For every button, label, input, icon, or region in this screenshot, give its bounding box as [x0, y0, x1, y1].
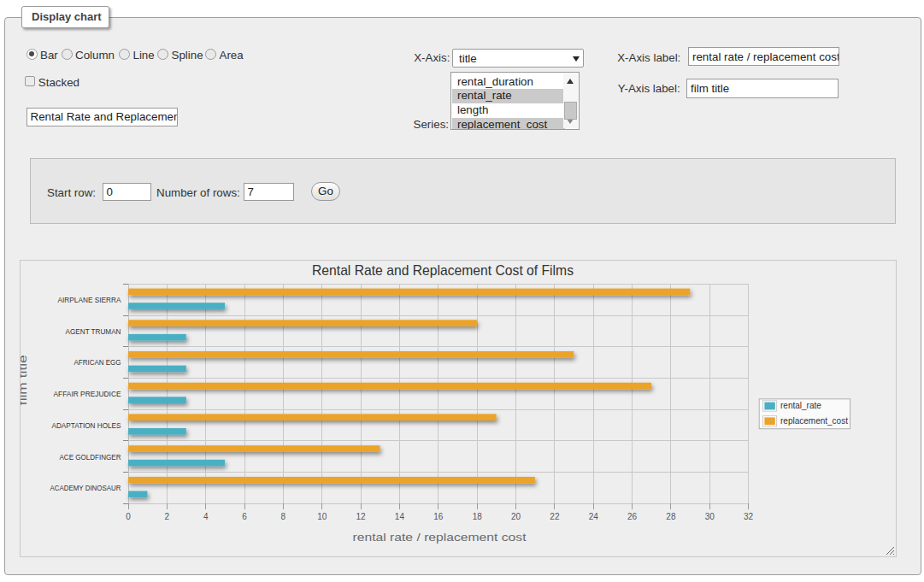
svg-text:2: 2 — [165, 512, 170, 521]
svg-text:AIRPLANE SIERRA: AIRPLANE SIERRA — [58, 296, 121, 304]
svg-text:6: 6 — [242, 512, 247, 521]
svg-text:8: 8 — [281, 512, 286, 521]
svg-text:14: 14 — [395, 512, 405, 521]
svg-text:10: 10 — [317, 512, 327, 521]
svg-text:rental rate / replacement cost: rental rate / replacement cost — [353, 531, 527, 544]
svg-text:18: 18 — [473, 512, 483, 521]
svg-text:22: 22 — [550, 512, 560, 521]
svg-text:rental_rate: rental_rate — [780, 401, 821, 410]
svg-text:28: 28 — [666, 512, 676, 521]
svg-text:30: 30 — [705, 512, 715, 521]
svg-text:0: 0 — [126, 512, 131, 521]
svg-text:ACADEMY DINOSAUR: ACADEMY DINOSAUR — [50, 484, 121, 492]
svg-text:16: 16 — [433, 512, 444, 521]
svg-text:4: 4 — [203, 512, 209, 521]
svg-text:AFFAIR PREJUDICE: AFFAIR PREJUDICE — [54, 390, 121, 398]
svg-text:AGENT TRUMAN: AGENT TRUMAN — [66, 327, 121, 336]
svg-text:AFRICAN EGG: AFRICAN EGG — [74, 358, 121, 367]
svg-text:12: 12 — [356, 512, 367, 521]
svg-text:26: 26 — [627, 512, 638, 521]
svg-text:ADAPTATION HOLES: ADAPTATION HOLES — [52, 421, 121, 430]
svg-text:ACE GOLDFINGER: ACE GOLDFINGER — [60, 453, 121, 461]
svg-text:32: 32 — [744, 512, 754, 521]
svg-text:Rental Rate and Replacement Co: Rental Rate and Replacement Cost of Film… — [312, 262, 574, 279]
svg-text:film title: film title — [21, 355, 30, 405]
svg-text:20: 20 — [511, 512, 521, 521]
svg-text:replacement_cost: replacement_cost — [780, 416, 848, 426]
svg-text:24: 24 — [589, 512, 599, 521]
